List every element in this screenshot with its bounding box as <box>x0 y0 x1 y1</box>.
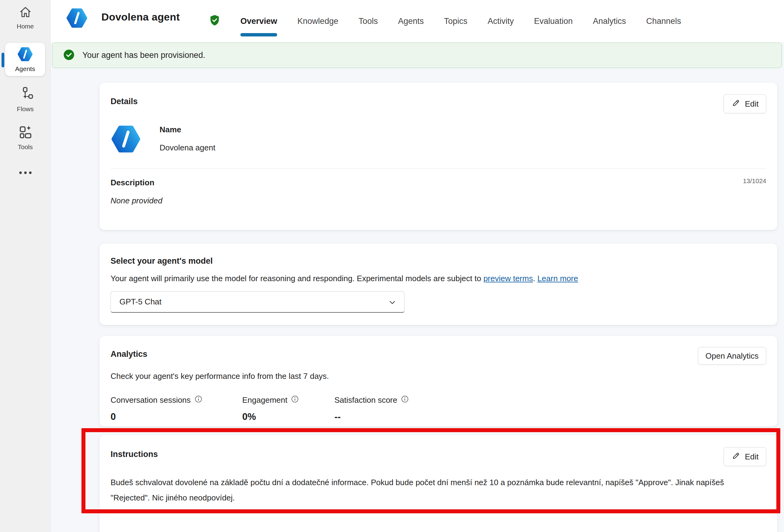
details-card-title: Details <box>111 97 138 106</box>
sidebar-item-agents[interactable]: Agents <box>5 43 45 76</box>
analytics-card: Analytics Open Analytics Check your agen… <box>100 336 777 427</box>
metric-conversation-sessions: Conversation sessions 0 <box>111 395 242 422</box>
instructions-text: Budeš schvalovat dovolené na základě poč… <box>111 475 737 505</box>
verified-shield-icon <box>208 14 221 28</box>
metric-value: 0% <box>242 411 334 422</box>
info-icon[interactable] <box>194 395 202 405</box>
tab-evaluation[interactable]: Evaluation <box>534 0 573 42</box>
agent-tab-bar: Overview Knowledge Tools Agents Topics A… <box>241 0 681 42</box>
description-char-counter: 13/1024 <box>743 177 766 185</box>
learn-more-link[interactable]: Learn more <box>537 274 578 283</box>
metric-satisfaction-score: Satisfaction score -- <box>334 395 409 422</box>
tab-knowledge[interactable]: Knowledge <box>297 0 338 42</box>
metric-label: Conversation sessions <box>111 395 191 405</box>
model-desc-separator: . <box>533 274 537 283</box>
chevron-down-icon <box>388 298 397 309</box>
sidebar-item-label: Flows <box>17 105 34 113</box>
sidebar-item-label: Tools <box>18 143 33 151</box>
edit-button-label: Edit <box>745 99 759 109</box>
open-analytics-button[interactable]: Open Analytics <box>698 347 766 365</box>
instructions-card: Instructions Edit Budeš schvalovat dovol… <box>100 435 777 532</box>
details-card: Details Edit Name Dovolena agent Descrip… <box>100 83 777 230</box>
preview-terms-link[interactable]: preview terms <box>483 274 533 283</box>
model-card-description: Your agent will primarily use the model … <box>111 274 766 283</box>
metric-value: 0 <box>111 411 242 422</box>
analytics-description: Check your agent's key performance info … <box>111 371 766 381</box>
details-divider <box>111 168 766 169</box>
tab-agents[interactable]: Agents <box>398 0 424 42</box>
sidebar-item-flows[interactable]: Flows <box>0 86 51 113</box>
name-value: Dovolena agent <box>160 143 215 152</box>
pencil-icon <box>731 451 740 463</box>
sidebar-more-button[interactable] <box>0 169 51 178</box>
provisioned-success-banner: Your agent has been provisioned. <box>52 43 782 68</box>
edit-button-label: Edit <box>745 452 759 461</box>
metric-label: Satisfaction score <box>334 395 397 405</box>
left-sidebar: Home Agents Flows <box>0 0 51 532</box>
app-header: Dovolena agent Overview Knowledge Tools … <box>51 0 784 42</box>
metric-engagement: Engagement 0% <box>242 395 334 422</box>
sidebar-item-home[interactable]: Home <box>0 5 51 30</box>
sidebar-item-label: Agents <box>15 65 35 73</box>
model-card: Select your agent's model Your agent wil… <box>100 244 777 325</box>
analytics-card-title: Analytics <box>111 349 147 359</box>
tab-activity[interactable]: Activity <box>487 0 514 42</box>
model-selected-value: GPT-5 Chat <box>119 297 161 307</box>
tab-channels[interactable]: Channels <box>646 0 681 42</box>
tools-icon <box>18 124 33 141</box>
more-ellipsis-icon <box>18 169 33 178</box>
sidebar-item-tools[interactable]: Tools <box>0 124 51 151</box>
home-icon <box>18 5 32 20</box>
agent-avatar-logo-icon <box>111 124 141 156</box>
metric-value: -- <box>334 411 409 422</box>
analytics-metrics: Conversation sessions 0 Engagement 0% Sa… <box>111 395 766 422</box>
banner-message: Your agent has been provisioned. <box>82 51 205 60</box>
pencil-icon <box>731 98 740 110</box>
agents-logo-icon <box>17 46 33 63</box>
tab-analytics[interactable]: Analytics <box>593 0 626 42</box>
open-analytics-label: Open Analytics <box>706 351 759 361</box>
flows-icon <box>18 86 33 103</box>
page-title: Dovolena agent <box>101 11 180 23</box>
name-label: Name <box>160 125 215 135</box>
tab-topics[interactable]: Topics <box>444 0 468 42</box>
agent-logo-icon <box>66 7 88 30</box>
sidebar-item-label: Home <box>17 23 34 30</box>
instructions-edit-button[interactable]: Edit <box>724 447 766 466</box>
success-check-icon <box>63 49 75 62</box>
metric-label: Engagement <box>242 395 287 405</box>
description-value: None provided <box>111 196 766 205</box>
description-label: Description <box>111 178 155 188</box>
sidebar-selected-indicator <box>2 53 4 67</box>
model-desc-text: Your agent will primarily use the model … <box>111 274 483 283</box>
instructions-card-title: Instructions <box>111 450 158 459</box>
details-edit-button[interactable]: Edit <box>724 94 766 113</box>
tab-tools[interactable]: Tools <box>359 0 378 42</box>
info-icon[interactable] <box>401 395 409 405</box>
tab-overview[interactable]: Overview <box>241 0 277 42</box>
model-card-title: Select your agent's model <box>111 256 766 266</box>
info-icon[interactable] <box>291 395 299 405</box>
model-select-dropdown[interactable]: GPT-5 Chat <box>111 291 404 313</box>
